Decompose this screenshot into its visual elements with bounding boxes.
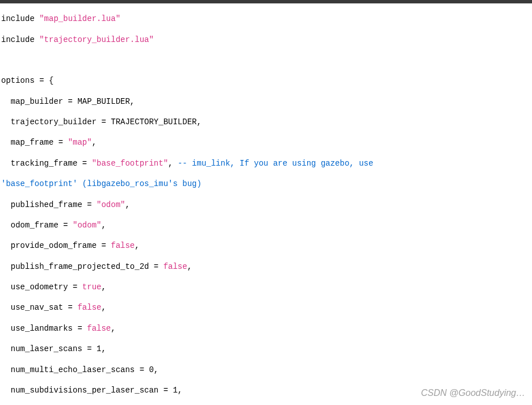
string-literal: "base_footprint" [92,159,168,168]
code-line: 'base_footprint' (libgazebo_ros_imu's bu… [1,179,531,189]
keyword: include [1,35,35,44]
code-line: tracking_frame = "base_footprint", -- im… [1,158,531,168]
code-line: published_frame = "odom", [1,200,531,210]
code-line: include "trajectory_builder.lua" [1,35,531,45]
string-literal: "map_builder.lua" [39,14,120,23]
comment: 'base_footprint' (libgazebo_ros_imu's bu… [1,179,202,188]
boolean: false [87,324,111,333]
keyword: include [1,14,35,23]
code-line: map_frame = "map", [1,137,531,147]
code-line: num_subdivisions_per_laser_scan = 1, [1,385,531,395]
string-literal: "map" [68,138,92,147]
code-line: provide_odom_frame = false, [1,241,531,251]
code-line: odom_frame = "odom", [1,220,531,230]
code-line: use_nav_sat = false, [1,302,531,313]
boolean: false [164,262,187,271]
boolean: true [82,282,102,292]
code-line: publish_frame_projected_to_2d = false, [1,261,531,272]
code-line: options = { [1,75,531,86]
code-editor[interactable]: include "map_builder.lua" include "traje… [0,3,532,405]
code-line: num_laser_scans = 1, [1,344,531,354]
string-literal: "trajectory_builder.lua" [39,35,154,44]
code-line: num_multi_echo_laser_scans = 0, [1,365,531,375]
code-line: use_landmarks = false, [1,323,531,334]
boolean: false [77,303,101,312]
code-line [1,55,531,65]
comment: -- imu_link, If you are using gazebo, us… [178,159,378,168]
code-line: trajectory_builder = TRAJECTORY_BUILDER, [1,117,531,127]
code-line: map_builder = MAP_BUILDER, [1,96,531,107]
string-literal: "odom" [97,200,125,209]
code-line: use_odometry = true, [1,282,531,292]
string-literal: "odom" [73,221,101,230]
code-line: include "map_builder.lua" [1,14,531,24]
boolean: false [111,241,135,250]
